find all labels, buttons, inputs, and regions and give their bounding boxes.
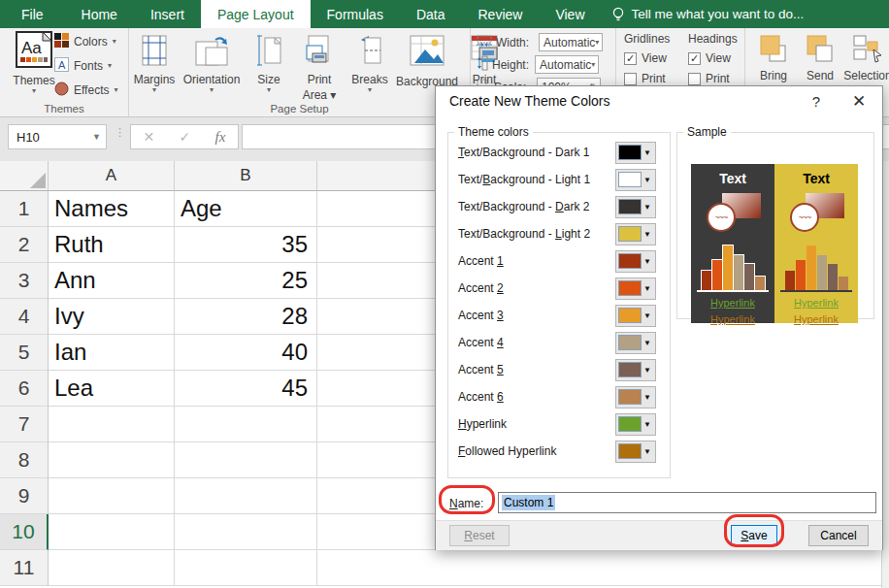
cell-a6[interactable]: Lea xyxy=(49,371,175,407)
cell-b5[interactable]: 40 xyxy=(175,335,317,371)
row-header-11[interactable]: 11 xyxy=(0,550,49,586)
cancel-button[interactable]: Cancel xyxy=(808,525,869,546)
select-all-corner[interactable] xyxy=(0,161,49,191)
column-header-a[interactable]: A xyxy=(49,161,175,191)
accent-6-swatch-dropdown[interactable]: ▼ xyxy=(615,386,656,408)
tab-home[interactable]: Home xyxy=(65,0,134,28)
name-box-value: H10 xyxy=(9,130,86,145)
ribbon-button-print-area[interactable]: PrintArea ▾ xyxy=(294,34,345,102)
cell-a4[interactable]: Ivy xyxy=(49,299,175,335)
followed-hyperlink-swatch-dropdown[interactable]: ▼ xyxy=(615,441,656,463)
row-header-4[interactable]: 4 xyxy=(0,299,49,335)
theme-name-input[interactable]: Custom 1 xyxy=(498,492,876,513)
cell-b9[interactable] xyxy=(175,478,317,514)
gridlines-title: Gridlines xyxy=(624,32,680,46)
row-header-5[interactable]: 5 xyxy=(0,335,49,371)
ribbon-button-colors[interactable]: Colors▾ xyxy=(54,33,117,50)
tab-formulas[interactable]: Formulas xyxy=(311,0,400,28)
tab-data[interactable]: Data xyxy=(400,0,462,28)
cell-b11[interactable] xyxy=(175,550,317,586)
cell-b8[interactable] xyxy=(175,442,317,478)
tab-review[interactable]: Review xyxy=(462,0,540,28)
row-header-1[interactable]: 1 xyxy=(0,191,49,227)
column-header-b[interactable]: B xyxy=(175,161,317,191)
cell-a3[interactable]: Ann xyxy=(49,263,175,299)
accent-3-swatch-dropdown[interactable]: ▼ xyxy=(615,305,656,327)
sample-bar-chart xyxy=(782,242,850,290)
name-box-caret-icon[interactable]: ▼ xyxy=(86,132,106,142)
accent-2-swatch-dropdown[interactable]: ▼ xyxy=(615,278,656,300)
hyperlink-swatch-dropdown[interactable]: ▼ xyxy=(615,413,656,436)
ribbon-button-breaks[interactable]: Breaks▾ xyxy=(345,34,395,102)
dialog-footer: Reset Save Cancel xyxy=(436,520,882,550)
insert-function-icon[interactable]: fx xyxy=(215,129,226,146)
width-dropdown[interactable]: Automatic▾ xyxy=(539,33,603,51)
ribbon-button-effects[interactable]: Effects▾ xyxy=(54,82,117,99)
cell-a10[interactable] xyxy=(49,514,175,550)
reset-button[interactable]: Reset xyxy=(449,525,510,546)
height-dropdown[interactable]: Automatic▾ xyxy=(535,55,599,74)
dialog-help-button[interactable]: ? xyxy=(797,93,836,110)
width-label: Width: xyxy=(496,36,535,49)
cell-b2[interactable]: 35 xyxy=(175,227,317,263)
height-dropdown-caret: ▾ xyxy=(591,61,595,69)
ribbon-button-orientation[interactable]: Orientation▾ xyxy=(180,34,244,102)
cell-a8[interactable] xyxy=(49,442,175,478)
lightbulb-icon xyxy=(611,7,625,22)
cell-b1[interactable]: Age xyxy=(175,191,317,227)
cell-b6[interactable]: 45 xyxy=(175,371,317,407)
tab-file[interactable]: File xyxy=(0,0,65,28)
row-header-10[interactable]: 10 xyxy=(0,514,49,550)
cell-a2[interactable]: Ruth xyxy=(49,227,175,263)
gridlines-print-checkbox[interactable]: Print xyxy=(624,72,680,85)
row-header-6[interactable]: 6 xyxy=(0,371,49,407)
tab-page-layout[interactable]: Page Layout xyxy=(201,0,311,28)
cell-a1[interactable]: Names xyxy=(49,191,175,227)
ribbon-button-margins[interactable]: Margins▾ xyxy=(129,34,180,102)
cell-a7[interactable] xyxy=(49,407,175,442)
accent-1-swatch-dropdown[interactable]: ▼ xyxy=(615,250,656,273)
tab-view[interactable]: View xyxy=(539,0,601,28)
save-button[interactable]: Save xyxy=(731,525,777,546)
accent-5-swatch-dropdown[interactable]: ▼ xyxy=(615,359,656,381)
accent-4-swatch-dropdown[interactable]: ▼ xyxy=(615,332,656,354)
text-background-dark-1-label: Text/Background - Dark 1 xyxy=(458,146,615,159)
row-header-8[interactable]: 8 xyxy=(0,442,49,478)
cell-c11[interactable] xyxy=(317,550,889,586)
text-background-light-2-swatch-caret: ▼ xyxy=(642,230,653,239)
formula-enter-icon[interactable]: ✓ xyxy=(180,129,191,145)
dialog-close-button[interactable]: ✕ xyxy=(836,91,882,112)
text-background-light-2-swatch-dropdown[interactable]: ▼ xyxy=(615,223,656,245)
row-header-3[interactable]: 3 xyxy=(0,263,49,299)
headings-print-checkbox[interactable]: Print xyxy=(688,72,744,85)
cell-a11[interactable] xyxy=(49,550,175,586)
cell-a9[interactable] xyxy=(49,478,175,514)
ribbon-button-selection[interactable]: Selection xyxy=(846,34,889,82)
formula-cancel-icon[interactable]: ✕ xyxy=(144,129,155,145)
row-header-9[interactable]: 9 xyxy=(0,478,49,514)
headings-view-checkbox[interactable]: ✓View xyxy=(688,51,744,65)
cell-b4[interactable]: 28 xyxy=(175,299,317,335)
ribbon-button-bring[interactable]: Bring xyxy=(753,34,794,82)
name-box[interactable]: H10 ▼ xyxy=(8,124,107,149)
sample-followed-hyperlink: Hyperlink xyxy=(774,313,858,325)
cell-b3[interactable]: 25 xyxy=(175,263,317,299)
tell-me-box[interactable]: Tell me what you want to do... xyxy=(602,0,814,28)
sample-chart-baseline xyxy=(780,290,852,292)
text-background-dark-1-swatch-dropdown[interactable]: ▼ xyxy=(615,142,656,164)
text-background-light-1-swatch-dropdown[interactable]: ▼ xyxy=(615,169,656,191)
gridlines-view-checkbox[interactable]: ✓View xyxy=(624,51,680,65)
row-header-2[interactable]: 2 xyxy=(0,227,49,263)
formula-bar-resize-handle[interactable]: ⋮ xyxy=(115,129,125,135)
tab-insert[interactable]: Insert xyxy=(134,0,201,28)
sample-text-light: Text xyxy=(774,171,858,186)
ribbon-button-size[interactable]: Size▾ xyxy=(244,34,294,102)
theme-colors-legend: Theme colors xyxy=(454,125,533,139)
ribbon-button-send[interactable]: Send xyxy=(800,34,840,82)
row-header-7[interactable]: 7 xyxy=(0,407,49,442)
cell-a5[interactable]: Ian xyxy=(49,335,175,371)
text-background-dark-2-swatch-dropdown[interactable]: ▼ xyxy=(615,196,656,218)
ribbon-button-fonts[interactable]: AFonts▾ xyxy=(54,57,117,75)
cell-b10[interactable] xyxy=(175,514,317,550)
cell-b7[interactable] xyxy=(175,407,317,442)
